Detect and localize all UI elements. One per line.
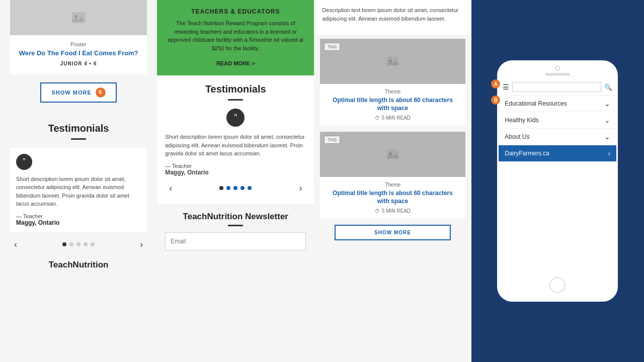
article-theme-1: Theme — [326, 89, 459, 95]
phone-search-icon[interactable]: 🔍 — [604, 83, 612, 91]
dot-2 — [69, 242, 73, 246]
newsletter-label-1: TeachNutrition — [10, 260, 147, 270]
testimonial-text-1: Short description lorem ipsum dolor sit … — [16, 175, 141, 208]
dot-4 — [84, 242, 88, 246]
dot2-2 — [226, 186, 230, 190]
phone-home-button[interactable] — [549, 277, 566, 293]
article-body-1: Theme Optimal title length is about 60 c… — [320, 84, 465, 126]
chevron-down-icon-3: ⌄ — [604, 133, 610, 141]
author-name-2: Maggy, Ontario — [165, 169, 306, 176]
category-label: TEACHERS & EDUCATORS — [165, 8, 306, 15]
carousel-prev-2[interactable]: ‹ — [165, 181, 176, 196]
read-time-1: 5 MIN READ — [382, 115, 411, 121]
carousel-dots-1 — [21, 242, 136, 246]
testimonial-text-2: Short description lorem ipsum dolor sit … — [165, 133, 306, 158]
dot-1 — [62, 242, 66, 246]
phone-bottom-bar — [499, 272, 616, 300]
dot-5 — [91, 242, 95, 246]
menu-item-label-healthy-kids: Healthy Kids — [505, 117, 538, 124]
dot2-4 — [240, 186, 245, 190]
menu-item-label-about-us: About Us — [505, 133, 529, 140]
articles-list: TAG Theme Optimal title length is about … — [314, 35, 471, 244]
panel-4-phone: ☰ 🔍 Educational Resources ⌄ Healthy Kids… — [471, 0, 644, 362]
menu-item-label-dairy: DairyFarmers.ca — [505, 150, 549, 157]
category-text: The Teach Nutrition Reward Program consi… — [165, 19, 306, 52]
poster-title: Were Do The Food I Eat Comes From? — [10, 49, 147, 58]
poster-grade: JUNIOR 4 • 6 — [10, 61, 147, 66]
phone-top-camera — [555, 62, 560, 73]
article-meta-1: ⏱ 5 MIN READ — [326, 115, 459, 121]
divider-1 — [71, 138, 86, 140]
panel-3: Description text lorem ipsum dolor sit a… — [314, 0, 471, 362]
article-image-placeholder-2 — [385, 147, 399, 161]
clock-icon-1: ⏱ — [375, 115, 380, 121]
newsletter-section-2: TeachNutrition Newsletter — [157, 204, 314, 258]
quote-icon-1: ” — [16, 154, 32, 170]
dot-3 — [76, 242, 80, 246]
carousel-nav-2: ‹ › — [165, 181, 306, 196]
description-text: Description text lorem ipsum dolor sit a… — [322, 6, 463, 23]
carousel-nav-1: ‹ › — [10, 237, 147, 252]
carousel-next-2[interactable]: › — [295, 181, 306, 196]
panel-1: Poster Were Do The Food I Eat Comes From… — [0, 0, 157, 362]
phone-search-input[interactable] — [512, 82, 601, 92]
show-more-label: SHOW MORE — [51, 89, 91, 96]
show-more-button[interactable]: SHOW MORE 6 — [40, 82, 116, 103]
show-more-wrapper: SHOW MORE — [320, 225, 465, 240]
panel-2: TEACHERS & EDUCATORS The Teach Nutrition… — [157, 0, 314, 362]
dot2-1 — [219, 186, 223, 190]
clock-icon-2: ⏱ — [375, 208, 380, 214]
read-time-2: 5 MIN READ — [382, 208, 411, 214]
testimonial-author-1: — Teacher Maggy, Ontario — [16, 213, 141, 226]
email-input[interactable] — [165, 232, 306, 250]
chevron-down-icon-2: ⌄ — [604, 116, 610, 124]
carousel-next-1[interactable]: › — [136, 237, 147, 252]
nl-divider — [228, 225, 243, 226]
article-image-2: TAG — [320, 132, 465, 177]
author-name-1: Maggy, Ontario — [16, 219, 141, 226]
carousel-prev-1[interactable]: ‹ — [10, 237, 21, 252]
article-title-1: Optimal title length is about 60 charact… — [326, 97, 459, 112]
testimonials-title-1: Testimonials — [10, 123, 147, 134]
testimonials-section-2: Testimonials ” Short description lorem i… — [157, 75, 314, 204]
chevron-down-icon-1: ⌄ — [604, 100, 610, 108]
hamburger-icon[interactable]: ☰ — [503, 83, 509, 91]
tag-badge-1: TAG — [324, 43, 340, 51]
menu-item-dairy-farmers[interactable]: DairyFarmers.ca › — [499, 145, 616, 162]
panel3-desc: Description text lorem ipsum dolor sit a… — [314, 0, 471, 35]
tag-badge-2: TAG — [324, 136, 340, 144]
article-card-2: TAG Theme Optimal title length is about … — [320, 132, 465, 219]
article-image-placeholder-1 — [385, 54, 399, 68]
testimonials-title-2: Testimonials — [165, 83, 306, 95]
poster-image — [10, 0, 147, 35]
phone-screen: ☰ 🔍 Educational Resources ⌄ Healthy Kids… — [499, 79, 616, 272]
image-placeholder-icon — [70, 10, 87, 26]
article-image-1: TAG — [320, 39, 465, 84]
main-layout: Poster Were Do The Food I Eat Comes From… — [0, 0, 644, 362]
phone-speaker — [545, 73, 570, 76]
read-more-link[interactable]: READ MORE > — [216, 60, 255, 66]
quote-icon-2: ” — [226, 109, 245, 127]
menu-item-educational[interactable]: Educational Resources ⌄ — [499, 96, 616, 112]
menu-item-healthy-kids[interactable]: Healthy Kids ⌄ — [499, 112, 616, 129]
article-meta-2: ⏱ 5 MIN READ — [326, 208, 459, 214]
menu-item-about-us[interactable]: About Us ⌄ — [499, 129, 616, 145]
show-more-button-3[interactable]: SHOW MORE — [335, 225, 451, 240]
show-more-badge: 6 — [96, 87, 106, 98]
poster-card: Poster Were Do The Food I Eat Comes From… — [10, 0, 147, 74]
phone-mockup: ☰ 🔍 Educational Resources ⌄ Healthy Kids… — [497, 60, 618, 302]
chevron-right-icon: › — [608, 149, 611, 157]
poster-label: Poster — [10, 41, 147, 47]
camera-circle — [555, 66, 560, 71]
newsletter-title-2: TeachNutrition Newsletter — [165, 212, 306, 222]
phone-search-bar: ☰ 🔍 — [499, 79, 616, 96]
svg-point-1 — [75, 15, 77, 18]
testimonial-author-2: — Teacher Maggy, Ontario — [165, 163, 306, 176]
article-title-2: Optimal title length is about 60 charact… — [326, 190, 459, 205]
dot2-3 — [233, 186, 237, 190]
menu-item-label-educational: Educational Resources — [505, 100, 567, 107]
article-theme-2: Theme — [326, 182, 459, 188]
article-card-1: TAG Theme Optimal title length is about … — [320, 39, 465, 126]
dot2-5 — [248, 186, 252, 190]
panel2-header: TEACHERS & EDUCATORS The Teach Nutrition… — [157, 0, 314, 75]
